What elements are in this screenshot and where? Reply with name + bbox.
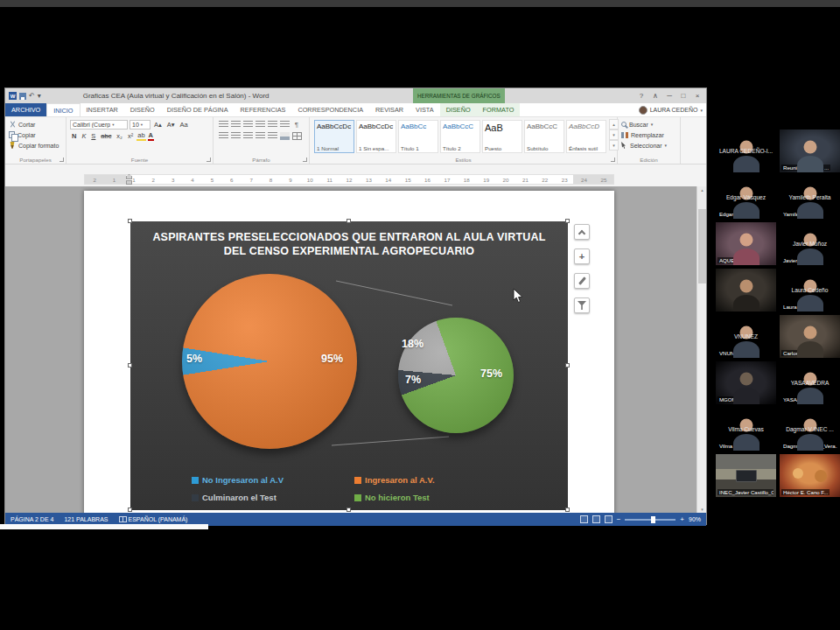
participant-tile[interactable]: Héctor E. Cano F... xyxy=(780,454,840,497)
participant-tile[interactable]: Reuniones INEC ... xyxy=(780,130,840,172)
ribbon-tab[interactable]: REVISAR xyxy=(369,103,410,116)
layout-options-button[interactable] xyxy=(574,224,590,240)
ribbon-tab[interactable]: DISEÑO DE PÁGINA xyxy=(161,103,234,116)
paragraph-tool-icon[interactable] xyxy=(219,132,228,140)
font-tool-button[interactable]: A▾ xyxy=(165,121,177,129)
dialog-launcher[interactable] xyxy=(60,158,64,162)
style-card[interactable]: AaBbCcDc 1 Normal xyxy=(314,120,354,153)
participant-tile[interactable]: LAURA CEDEÑO-I... xyxy=(716,130,776,172)
paragraph-tool-icon[interactable] xyxy=(243,132,253,140)
dialog-launcher[interactable] xyxy=(303,158,307,162)
scrollbar-thumb[interactable] xyxy=(698,209,706,284)
ribbon-tab[interactable]: DISEÑO xyxy=(124,103,161,116)
participant-tile[interactable]: Javier Muñoz Javier Muñoz xyxy=(780,222,840,265)
font-format-button[interactable]: x₂ xyxy=(115,132,124,140)
participant-tile[interactable]: Yamileth Peralta Yamileth Peralta xyxy=(780,176,840,219)
selection-handle[interactable] xyxy=(346,508,351,512)
ribbon-tab[interactable]: VISTA xyxy=(410,103,440,116)
participant-tile[interactable]: INEC_Javier Castillo_CGR xyxy=(716,454,776,497)
paragraph-tool-icon[interactable] xyxy=(292,121,302,129)
editing-command[interactable]: Buscar ▾ xyxy=(621,119,676,130)
font-format-button[interactable]: S xyxy=(89,132,97,140)
account-menu[interactable]: LAURA CEDEÑO ▾ xyxy=(639,103,703,116)
chart-object[interactable]: ASPIRANTES PRESELECCIONADOS QUE ENTRARON… xyxy=(130,221,568,510)
ribbon-tab[interactable]: ARCHIVO xyxy=(5,103,46,116)
style-card[interactable]: AaBbCc Título 1 xyxy=(398,120,438,153)
zoom-level[interactable]: 90% xyxy=(689,516,701,522)
read-mode-button[interactable] xyxy=(580,515,588,523)
font-size-combo[interactable]: 10 ▾ xyxy=(130,120,150,130)
selection-handle[interactable] xyxy=(128,508,132,512)
vertical-scrollbar[interactable]: ▴ ▾ xyxy=(696,186,706,513)
save-button[interactable] xyxy=(19,93,26,100)
participant-tile[interactable]: VNUNEZ VNUNEZ xyxy=(716,315,776,358)
scroll-down-arrow[interactable]: ▾ xyxy=(697,507,706,512)
participant-tile[interactable]: YASAAVEDRA YASAAVEDRA xyxy=(780,361,840,404)
help-button[interactable]: ? xyxy=(634,92,648,100)
style-card[interactable]: AaBbCcDc 1 Sin espa... xyxy=(356,120,396,153)
font-color-button[interactable]: A xyxy=(148,131,154,141)
ribbon-options-button[interactable]: ∧ xyxy=(648,92,662,100)
chart-elements-button[interactable]: + xyxy=(574,248,590,264)
participant-tile[interactable]: AQUEZADA xyxy=(716,222,776,265)
chart-filters-button[interactable] xyxy=(574,298,590,313)
word-count[interactable]: 121 PALABRAS xyxy=(64,516,108,522)
clipboard-command[interactable]: Copiar xyxy=(9,130,62,140)
participant-tile[interactable]: Vilma Cuevas Vilma Cuevas xyxy=(716,408,776,451)
editing-command[interactable]: Seleccionar ▾ xyxy=(621,140,676,150)
paragraph-tool-icon[interactable] xyxy=(256,121,265,129)
selection-handle[interactable] xyxy=(565,219,570,223)
language-indicator[interactable]: ESPAÑOL (PANAMÁ) xyxy=(119,516,188,523)
paragraph-tool-icon[interactable] xyxy=(219,121,228,129)
selection-handle[interactable] xyxy=(565,508,570,512)
scroll-up-arrow[interactable]: ▴ xyxy=(697,187,706,192)
selection-handle[interactable] xyxy=(565,363,570,368)
style-card[interactable]: AaBbCcD Énfasis sutil xyxy=(566,120,606,153)
zoom-slider-thumb[interactable] xyxy=(651,516,655,523)
page-indicator[interactable]: PÁGINA 2 DE 4 xyxy=(10,516,53,522)
font-format-button[interactable]: K xyxy=(80,132,88,140)
ribbon-tab[interactable]: REFERENCIAS xyxy=(234,103,292,116)
indent-marker[interactable] xyxy=(126,180,132,185)
participant-tile[interactable]: MGOMEZ xyxy=(716,361,776,404)
ribbon-tab[interactable]: DISEÑO xyxy=(440,103,477,116)
maximize-button[interactable]: □ xyxy=(676,92,690,100)
dialog-launcher[interactable] xyxy=(611,158,615,162)
selection-handle[interactable] xyxy=(128,363,132,368)
paragraph-tool-icon[interactable] xyxy=(280,132,290,140)
undo-button[interactable]: ↶ xyxy=(29,92,35,100)
qat-customize-button[interactable]: ▾ xyxy=(38,92,41,100)
zoom-out-button[interactable]: − xyxy=(617,515,621,523)
minimize-button[interactable]: ─ xyxy=(662,92,676,100)
print-layout-button[interactable] xyxy=(592,515,600,523)
editing-command[interactable]: Reemplazar xyxy=(621,130,676,140)
style-card[interactable]: AaBbCcC Título 2 xyxy=(440,120,480,153)
paragraph-tool-icon[interactable] xyxy=(256,132,265,140)
font-family-combo[interactable]: Calibri (Cuerp ▾ xyxy=(70,120,128,130)
participant-tile[interactable]: Edgar Vásquez Edgar Vásquez xyxy=(716,176,776,219)
chart-styles-button[interactable] xyxy=(574,273,590,289)
paragraph-tool-icon[interactable] xyxy=(231,132,241,140)
font-format-button[interactable]: x² xyxy=(126,132,135,140)
ribbon-tab[interactable]: INICIO xyxy=(46,103,80,116)
paragraph-tool-icon[interactable] xyxy=(243,121,253,129)
selection-handle[interactable] xyxy=(346,219,351,223)
ribbon-tab[interactable]: FORMATO xyxy=(477,103,521,116)
close-button[interactable]: × xyxy=(690,92,704,100)
paragraph-tool-icon[interactable] xyxy=(268,121,277,129)
font-tool-button[interactable]: A▴ xyxy=(152,121,164,129)
style-card[interactable]: AaBbCcC Subtítulo xyxy=(524,120,564,153)
participant-tile[interactable] xyxy=(716,269,776,312)
highlight-color-button[interactable]: ab xyxy=(136,131,145,141)
paragraph-tool-icon[interactable] xyxy=(231,121,241,129)
paragraph-tool-icon[interactable] xyxy=(292,132,302,140)
dialog-launcher[interactable] xyxy=(206,158,211,162)
selection-handle[interactable] xyxy=(128,219,132,223)
paragraph-tool-icon[interactable] xyxy=(280,121,290,129)
font-format-button[interactable]: abc xyxy=(99,132,113,140)
zoom-slider[interactable] xyxy=(625,519,676,521)
clipboard-command[interactable]: Cortar xyxy=(9,119,62,130)
font-format-button[interactable]: N xyxy=(70,132,78,140)
font-tool-button[interactable]: Aa xyxy=(178,121,189,129)
web-layout-button[interactable] xyxy=(605,515,612,523)
